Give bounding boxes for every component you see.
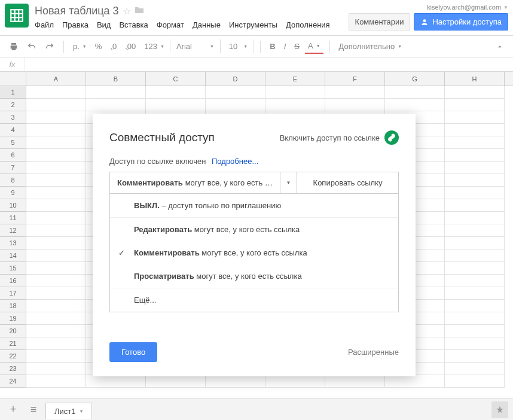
col-header[interactable]: C xyxy=(146,72,206,86)
cell[interactable] xyxy=(206,99,265,111)
row-header[interactable]: 4 xyxy=(0,124,26,136)
sheet-tab[interactable]: Лист1 xyxy=(45,403,92,419)
cell[interactable] xyxy=(445,237,505,249)
cell[interactable] xyxy=(445,363,505,375)
cell[interactable] xyxy=(26,375,86,388)
enable-link-toggle[interactable]: Включить доступ по ссылке xyxy=(280,130,399,145)
col-header[interactable]: H xyxy=(445,72,505,86)
row-header[interactable]: 13 xyxy=(0,237,26,249)
cell[interactable] xyxy=(26,174,86,187)
cell[interactable] xyxy=(26,99,86,111)
col-header[interactable]: F xyxy=(325,72,385,86)
row-header[interactable]: 17 xyxy=(0,287,26,300)
cell[interactable] xyxy=(26,136,86,149)
cell[interactable] xyxy=(86,99,146,111)
cell[interactable] xyxy=(26,287,86,300)
cell[interactable] xyxy=(26,337,86,350)
bold-button[interactable]: B xyxy=(267,39,278,53)
cell[interactable] xyxy=(445,249,505,262)
percent-format[interactable]: % xyxy=(92,39,105,53)
number-format[interactable]: 123 xyxy=(141,39,167,53)
row-header[interactable]: 10 xyxy=(0,199,26,212)
cell[interactable] xyxy=(325,86,385,99)
print-icon[interactable] xyxy=(6,39,22,54)
col-header[interactable]: E xyxy=(265,72,325,86)
cell[interactable] xyxy=(26,124,86,136)
cell[interactable] xyxy=(26,212,86,224)
all-sheets-button[interactable]: ≡ xyxy=(25,401,42,418)
row-header[interactable]: 15 xyxy=(0,262,26,275)
row-header[interactable]: 21 xyxy=(0,337,26,350)
explore-button[interactable] xyxy=(491,401,508,418)
cell[interactable] xyxy=(445,111,505,124)
cell[interactable] xyxy=(445,199,505,212)
col-header[interactable]: A xyxy=(26,72,86,86)
font-dropdown[interactable]: Arial▼ xyxy=(170,39,221,53)
menu-file[interactable]: Файл xyxy=(35,20,54,29)
cell[interactable] xyxy=(26,199,86,212)
cell[interactable] xyxy=(265,375,325,388)
cell[interactable] xyxy=(325,99,385,111)
row-header[interactable]: 9 xyxy=(0,187,26,199)
row-header[interactable]: 24 xyxy=(0,375,26,388)
row-header[interactable]: 2 xyxy=(0,99,26,111)
cell[interactable] xyxy=(26,363,86,375)
select-all-corner[interactable] xyxy=(0,72,26,86)
strike-button[interactable]: S xyxy=(291,39,303,53)
account-menu[interactable]: kiselyov.arch@gmail.com xyxy=(427,4,508,11)
folder-icon[interactable] xyxy=(135,6,144,16)
fx-label[interactable]: fx xyxy=(0,57,25,71)
cell[interactable] xyxy=(325,375,385,388)
row-header[interactable]: 16 xyxy=(0,275,26,287)
row-header[interactable]: 14 xyxy=(0,249,26,262)
redo-icon[interactable] xyxy=(42,39,57,54)
row-header[interactable]: 19 xyxy=(0,312,26,325)
cell[interactable] xyxy=(26,275,86,287)
cell[interactable] xyxy=(265,99,325,111)
add-sheet-button[interactable]: + xyxy=(5,401,22,418)
cell[interactable] xyxy=(385,86,445,99)
cell[interactable] xyxy=(26,350,86,363)
text-color-button[interactable]: A xyxy=(305,39,323,54)
cell[interactable] xyxy=(445,337,505,350)
cell[interactable] xyxy=(445,212,505,224)
permission-dropdown-caret[interactable] xyxy=(280,172,297,193)
option-view[interactable]: Просматривать могут все, у кого есть ссы… xyxy=(110,264,398,288)
row-header[interactable]: 22 xyxy=(0,350,26,363)
cell[interactable] xyxy=(26,249,86,262)
star-icon[interactable]: ☆ xyxy=(123,5,131,17)
decrease-decimal[interactable]: .0← xyxy=(107,39,120,53)
row-header[interactable]: 23 xyxy=(0,363,26,375)
option-edit[interactable]: Редактировать могут все, у кого есть ссы… xyxy=(110,218,398,241)
cell[interactable] xyxy=(26,86,86,99)
permission-dropdown[interactable]: Комментировать могут все, у кого есть с.… xyxy=(110,172,280,193)
cell[interactable] xyxy=(385,375,445,388)
cell[interactable] xyxy=(26,237,86,249)
option-off[interactable]: ВЫКЛ. – доступ только по приглашению xyxy=(110,194,398,218)
cell[interactable] xyxy=(206,86,265,99)
menu-addons[interactable]: Дополнения xyxy=(286,20,330,29)
cell[interactable] xyxy=(26,111,86,124)
cell[interactable] xyxy=(445,174,505,187)
cell[interactable] xyxy=(445,99,505,111)
cell[interactable] xyxy=(26,149,86,162)
option-comment[interactable]: ✓ Комментировать могут все, у кого есть … xyxy=(110,241,398,264)
menu-format[interactable]: Формат xyxy=(157,20,184,29)
row-header[interactable]: 5 xyxy=(0,136,26,149)
done-button[interactable]: Готово xyxy=(109,342,157,362)
document-title[interactable]: Новая таблица 3 xyxy=(35,5,119,17)
option-more[interactable]: Ещё... xyxy=(110,288,398,312)
cell[interactable] xyxy=(146,99,206,111)
cell[interactable] xyxy=(445,187,505,199)
cell[interactable] xyxy=(445,350,505,363)
row-header[interactable]: 7 xyxy=(0,162,26,174)
cell[interactable] xyxy=(385,99,445,111)
cell[interactable] xyxy=(445,375,505,388)
row-header[interactable]: 20 xyxy=(0,325,26,337)
share-button[interactable]: Настройки доступа xyxy=(414,13,508,31)
cell[interactable] xyxy=(265,86,325,99)
cell[interactable] xyxy=(26,162,86,174)
copy-link-button[interactable]: Копировать ссылку xyxy=(297,172,398,193)
increase-decimal[interactable]: .00→ xyxy=(122,39,139,53)
cell[interactable] xyxy=(445,287,505,300)
